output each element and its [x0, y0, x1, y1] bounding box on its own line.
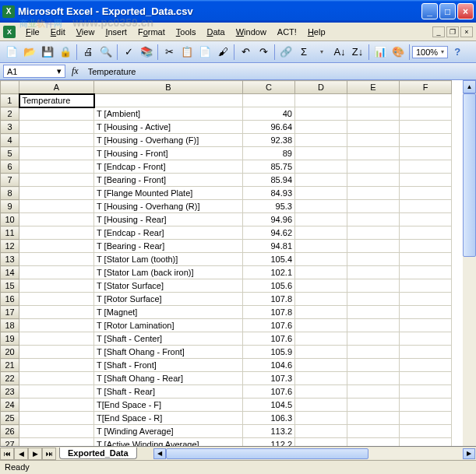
cell[interactable]: T [Shaft - Center] [94, 332, 243, 346]
cell[interactable] [295, 266, 347, 279]
cell[interactable] [295, 425, 347, 438]
cell[interactable] [19, 174, 94, 187]
row-header[interactable]: 6 [1, 160, 19, 174]
menu-window[interactable]: Window [231, 25, 272, 39]
save-button[interactable]: 💾 [39, 44, 56, 61]
cell[interactable]: T [Winding Average] [94, 425, 243, 438]
cell[interactable] [19, 346, 94, 359]
cell[interactable]: 106.3 [243, 412, 295, 425]
cell[interactable] [347, 306, 400, 319]
cell[interactable]: T[End Space - R] [94, 412, 243, 425]
cell[interactable] [19, 385, 94, 399]
cell[interactable] [400, 200, 452, 213]
cell[interactable] [19, 425, 94, 438]
hscroll-thumb[interactable] [166, 448, 368, 459]
chart-button[interactable]: 📊 [372, 44, 389, 61]
cell[interactable] [19, 107, 94, 121]
doc-minimize-button[interactable]: _ [432, 26, 445, 37]
row-header[interactable]: 9 [1, 200, 19, 213]
cell[interactable] [400, 332, 452, 346]
cell[interactable] [400, 306, 452, 319]
cell[interactable] [400, 121, 452, 134]
cell[interactable]: T [Stator Lam (back iron)] [94, 266, 243, 279]
cell[interactable]: 113.2 [243, 425, 295, 438]
cell[interactable]: T [Rotor Surface] [94, 293, 243, 306]
cell[interactable]: T [Rotor Lamination] [94, 319, 243, 332]
column-header-B[interactable]: B [94, 81, 243, 94]
menu-edit[interactable]: Edit [45, 25, 71, 39]
cell[interactable] [347, 213, 400, 226]
scroll-left-button[interactable]: ◀ [153, 448, 166, 459]
cell[interactable] [19, 332, 94, 346]
cell[interactable] [295, 253, 347, 266]
cell[interactable]: 94.81 [243, 240, 295, 253]
menu-tools[interactable]: Tools [171, 25, 202, 39]
autosum-dropdown[interactable]: ▾ [313, 44, 330, 61]
cell[interactable]: T [Housing - Overhang (F)] [94, 134, 243, 147]
menu-file[interactable]: File [20, 25, 45, 39]
row-header[interactable]: 2 [1, 107, 19, 121]
tab-nav-prev[interactable]: ◀ [14, 448, 28, 460]
cell[interactable] [94, 94, 243, 107]
cell[interactable] [347, 253, 400, 266]
cell[interactable]: Temperature [19, 94, 94, 107]
cell[interactable]: 107.6 [243, 332, 295, 346]
cell[interactable] [295, 319, 347, 332]
cell[interactable] [347, 160, 400, 174]
cell[interactable] [400, 107, 452, 121]
drawing-button[interactable]: 🎨 [390, 44, 407, 61]
cell[interactable]: 94.96 [243, 213, 295, 226]
fx-icon[interactable]: fx [72, 65, 79, 77]
cell[interactable] [295, 107, 347, 121]
cell[interactable] [400, 160, 452, 174]
cell[interactable] [400, 346, 452, 359]
cell[interactable]: T [Shaft Ohang - Front] [94, 346, 243, 359]
cell[interactable] [295, 134, 347, 147]
menu-format[interactable]: Format [132, 25, 171, 39]
cell[interactable] [19, 253, 94, 266]
cut-button[interactable]: ✂ [160, 44, 178, 61]
cell[interactable] [19, 121, 94, 134]
row-header[interactable]: 25 [1, 412, 19, 425]
cell[interactable] [347, 134, 400, 147]
cell[interactable] [347, 94, 400, 107]
select-all-corner[interactable] [1, 81, 19, 94]
cell[interactable]: 104.5 [243, 399, 295, 412]
sort-desc-button[interactable]: Z↓ [349, 44, 366, 61]
sheet-tab[interactable]: Exported_Data [59, 448, 137, 459]
cell[interactable] [19, 372, 94, 385]
spelling-button[interactable]: ✓ [120, 44, 137, 61]
doc-close-button[interactable]: × [460, 26, 473, 37]
row-header[interactable]: 3 [1, 121, 19, 134]
cell[interactable] [347, 147, 400, 160]
cell[interactable] [400, 279, 452, 293]
cell[interactable] [295, 359, 347, 372]
cell[interactable] [19, 412, 94, 425]
cell[interactable] [347, 266, 400, 279]
row-header[interactable]: 19 [1, 332, 19, 346]
cell[interactable] [295, 187, 347, 200]
zoom-combo[interactable]: 100%▾ [412, 46, 448, 58]
cell[interactable] [295, 121, 347, 134]
row-header[interactable]: 7 [1, 174, 19, 187]
cell[interactable]: 104.6 [243, 359, 295, 372]
vscroll-thumb[interactable] [463, 93, 476, 257]
workbook-icon[interactable]: X [3, 26, 16, 38]
row-header[interactable]: 1 [1, 94, 19, 107]
sort-asc-button[interactable]: A↓ [331, 44, 348, 61]
row-header[interactable]: 21 [1, 359, 19, 372]
cell[interactable] [347, 372, 400, 385]
row-header[interactable]: 11 [1, 226, 19, 240]
cell[interactable] [295, 346, 347, 359]
cell[interactable] [400, 372, 452, 385]
cell[interactable]: T [Housing - Active] [94, 121, 243, 134]
help-button[interactable]: ? [449, 44, 466, 61]
row-header[interactable]: 14 [1, 266, 19, 279]
cell[interactable] [295, 306, 347, 319]
cell[interactable] [295, 385, 347, 399]
doc-restore-button[interactable]: ❐ [446, 26, 459, 37]
paste-button[interactable]: 📄 [196, 44, 213, 61]
cell[interactable] [400, 319, 452, 332]
spreadsheet-grid[interactable]: ABCDEF1Temperature2T [Ambient]403T [Hous… [0, 80, 452, 458]
copy-button[interactable]: 📋 [178, 44, 196, 61]
